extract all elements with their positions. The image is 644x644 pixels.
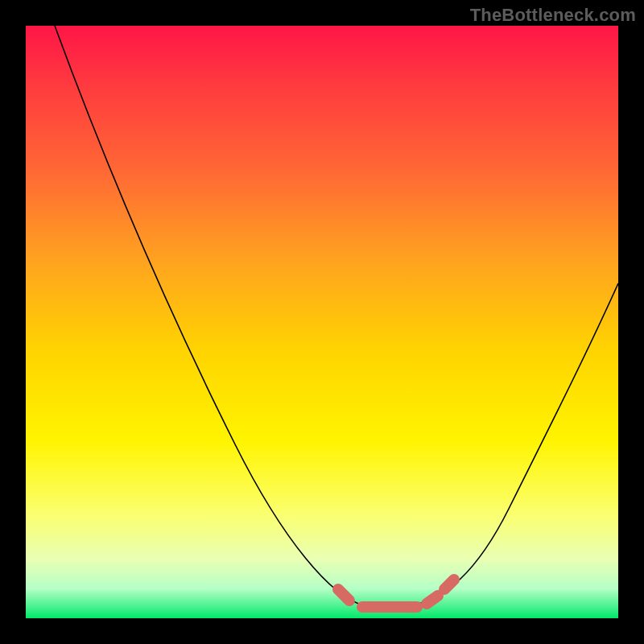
- valley-marker-right-2: [444, 580, 454, 589]
- valley-marker-left: [338, 589, 349, 601]
- plot-area: [26, 26, 618, 618]
- watermark-text: TheBottleneck.com: [470, 5, 636, 26]
- bottleneck-curve-svg: [26, 26, 618, 618]
- bottleneck-curve: [55, 26, 618, 605]
- valley-marker-right-1: [427, 596, 438, 604]
- chart-frame: TheBottleneck.com: [0, 0, 644, 644]
